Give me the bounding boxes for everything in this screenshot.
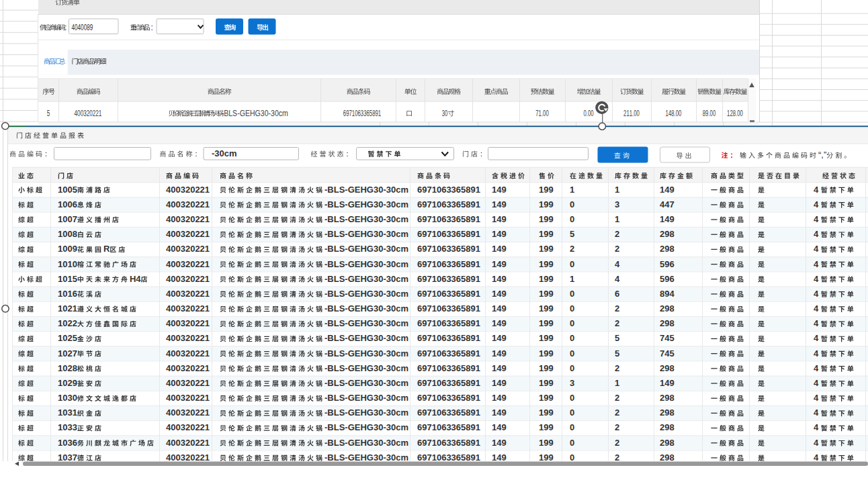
svg-text:2: 2 [615, 438, 619, 448]
svg-text:1036: 1036 [58, 438, 77, 448]
svg-text:3: 3 [570, 378, 574, 388]
svg-text:5: 5 [570, 229, 574, 239]
svg-text:148.00: 148.00 [666, 109, 682, 117]
svg-text:1: 1 [615, 378, 619, 388]
svg-text:1029: 1029 [58, 378, 77, 388]
svg-text:0: 0 [570, 318, 574, 328]
svg-text::: : [64, 23, 67, 32]
svg-text:2: 2 [570, 244, 574, 254]
svg-text:0: 0 [570, 348, 574, 358]
svg-text:745: 745 [660, 333, 675, 343]
svg-text:298: 298 [660, 438, 675, 448]
svg-text:0: 0 [570, 422, 574, 432]
svg-text:298: 298 [660, 229, 675, 239]
svg-text:0: 0 [570, 303, 574, 314]
svg-text:149: 149 [660, 214, 675, 224]
svg-text:1: 1 [570, 274, 574, 284]
svg-text:298: 298 [660, 407, 675, 418]
svg-text:0: 0 [570, 333, 574, 343]
svg-text:2: 2 [615, 407, 619, 418]
svg-text:0: 0 [570, 438, 574, 448]
svg-text:0: 0 [570, 259, 574, 269]
svg-text:6: 6 [615, 289, 619, 299]
svg-text:1021: 1021 [58, 303, 77, 314]
svg-text::: : [151, 23, 153, 32]
svg-text:1010: 1010 [58, 259, 77, 269]
svg-text:211.00: 211.00 [623, 109, 640, 117]
svg-text:5: 5 [615, 348, 619, 358]
svg-text:0: 0 [570, 407, 574, 418]
svg-text:596: 596 [660, 274, 675, 284]
svg-text:4: 4 [615, 259, 620, 269]
svg-text:894: 894 [660, 289, 675, 299]
svg-text:1022: 1022 [58, 318, 77, 328]
svg-text:298: 298 [660, 452, 675, 463]
svg-text:2: 2 [615, 363, 619, 373]
svg-text:1015: 1015 [58, 274, 77, 284]
svg-text:128.00: 128.00 [727, 109, 743, 117]
svg-text:447: 447 [660, 199, 675, 209]
svg-text:298: 298 [660, 318, 675, 328]
svg-text:400320221: 400320221 [75, 109, 102, 117]
svg-text:30: 30 [442, 109, 448, 117]
svg-text:2: 2 [615, 244, 619, 254]
svg-text:1009: 1009 [58, 244, 77, 254]
svg-text:1030: 1030 [58, 393, 77, 403]
svg-text:3: 3 [615, 199, 619, 209]
svg-text:1016: 1016 [58, 289, 77, 299]
svg-text:-30cm: -30cm [212, 148, 237, 158]
svg-text:1037: 1037 [58, 452, 77, 463]
svg-text:2: 2 [615, 452, 619, 463]
svg-text:4: 4 [615, 274, 620, 284]
svg-text:R: R [103, 244, 110, 254]
svg-text:2: 2 [615, 303, 619, 314]
svg-text:1: 1 [615, 214, 619, 224]
svg-text:-BLS-GEHG30-30cm: -BLS-GEHG30-30cm [222, 109, 288, 117]
svg-text:1031: 1031 [58, 407, 77, 418]
svg-text:298: 298 [660, 303, 675, 314]
svg-text:1006: 1006 [58, 199, 77, 209]
svg-text:1025: 1025 [58, 333, 77, 343]
svg-text:1028: 1028 [58, 363, 77, 373]
svg-text:1: 1 [570, 185, 574, 195]
svg-text:596: 596 [660, 259, 675, 269]
svg-text:0: 0 [570, 214, 574, 224]
svg-text:1: 1 [615, 185, 619, 195]
svg-text:1027: 1027 [58, 348, 77, 358]
svg-text:1005: 1005 [58, 185, 77, 195]
svg-text:298: 298 [660, 422, 675, 432]
svg-text:1008: 1008 [58, 229, 77, 239]
svg-text:0: 0 [570, 363, 574, 373]
svg-text:1033: 1033 [58, 422, 77, 432]
svg-text:0.00: 0.00 [583, 109, 593, 117]
svg-text:6971063365891: 6971063365891 [343, 109, 382, 117]
svg-text:149: 149 [660, 378, 675, 388]
svg-text:71.00: 71.00 [535, 109, 549, 117]
svg-text:298: 298 [660, 393, 675, 403]
svg-text:298: 298 [660, 244, 675, 254]
svg-text:298: 298 [660, 363, 675, 373]
svg-text:1007: 1007 [58, 214, 77, 224]
svg-text:2: 2 [615, 318, 619, 328]
svg-text:0: 0 [570, 393, 574, 403]
svg-text:H4: H4 [130, 274, 141, 284]
svg-text:“,”: “,” [818, 150, 826, 160]
svg-text:2: 2 [615, 422, 619, 432]
svg-text:0: 0 [570, 289, 574, 299]
svg-text:0: 0 [570, 452, 574, 463]
svg-text:4040089: 4040089 [72, 23, 93, 32]
svg-text:5: 5 [615, 333, 619, 343]
svg-text:2: 2 [615, 229, 619, 239]
svg-text:2: 2 [615, 393, 619, 403]
svg-text:149: 149 [660, 185, 675, 195]
svg-text:745: 745 [660, 348, 675, 358]
svg-text:0: 0 [570, 199, 574, 209]
svg-text:5: 5 [47, 109, 50, 117]
svg-text:89.00: 89.00 [703, 109, 716, 117]
